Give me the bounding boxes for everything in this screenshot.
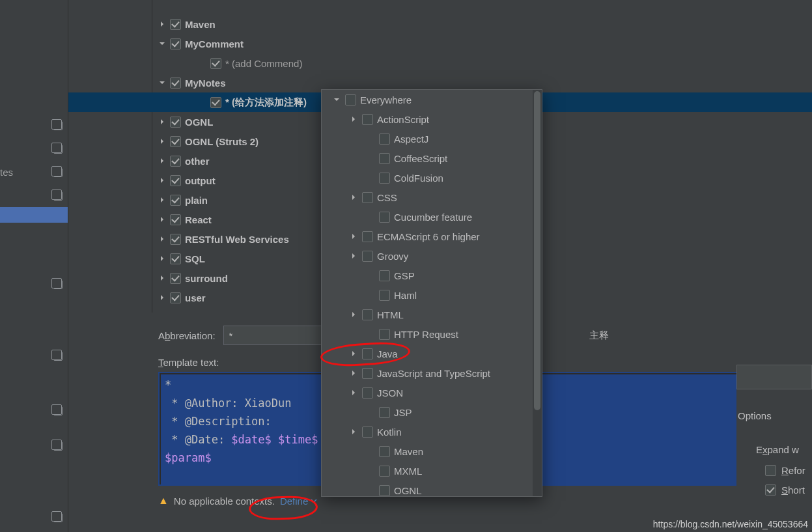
chevron-down-icon[interactable] [332, 96, 341, 103]
context-checkbox[interactable] [345, 94, 356, 105]
context-item[interactable]: AspectJ [322, 129, 542, 148]
context-checkbox[interactable] [379, 133, 390, 145]
chevron-right-icon[interactable] [349, 350, 358, 357]
template-checkbox[interactable] [170, 38, 181, 49]
chevron-down-icon[interactable] [158, 79, 166, 86]
template-label: other [185, 156, 210, 167]
template-checkbox[interactable] [170, 156, 181, 167]
context-checkbox[interactable] [362, 387, 373, 399]
template-group[interactable]: MyComment [158, 34, 809, 53]
context-item[interactable]: Haml [322, 285, 542, 305]
chevron-right-icon[interactable] [349, 233, 358, 240]
context-checkbox[interactable] [379, 329, 390, 340]
define-contexts-link[interactable]: Define [280, 496, 317, 507]
chevron-right-icon[interactable] [158, 236, 166, 242]
context-item[interactable]: JSP [322, 402, 542, 422]
context-item[interactable]: Everywhere [322, 90, 542, 109]
context-item[interactable]: ECMAScript 6 or higher [322, 227, 542, 246]
chevron-right-icon[interactable] [158, 21, 166, 27]
copy-icon[interactable] [53, 121, 63, 130]
context-checkbox[interactable] [379, 466, 390, 477]
context-item[interactable]: HTML [322, 305, 542, 324]
template-group[interactable]: Maven [158, 14, 809, 34]
context-label: HTML [377, 309, 404, 320]
context-item[interactable]: ColdFusion [322, 168, 542, 188]
chevron-right-icon[interactable] [349, 370, 358, 376]
chevron-right-icon[interactable] [349, 194, 358, 201]
context-item[interactable]: Cucumber feature [322, 207, 542, 227]
copy-icon[interactable] [53, 352, 63, 361]
context-checkbox[interactable] [362, 368, 373, 379]
context-checkbox[interactable] [379, 153, 390, 164]
chevron-right-icon[interactable] [158, 158, 166, 164]
context-item[interactable]: CoffeeScript [322, 148, 542, 168]
template-checkbox[interactable] [170, 136, 181, 147]
context-item[interactable]: MXML [322, 461, 542, 481]
chevron-right-icon[interactable] [158, 177, 166, 184]
template-checkbox[interactable] [170, 292, 181, 303]
chevron-right-icon[interactable] [349, 389, 358, 396]
context-checkbox[interactable] [362, 192, 373, 203]
chevron-down-icon[interactable] [158, 40, 166, 47]
context-checkbox[interactable] [379, 446, 390, 457]
template-checkbox[interactable] [170, 234, 181, 245]
context-checkbox[interactable] [379, 212, 390, 223]
template-item[interactable]: * (add Commend) [158, 53, 809, 73]
copy-icon[interactable] [53, 280, 63, 289]
template-checkbox[interactable] [170, 214, 181, 225]
chevron-right-icon[interactable] [158, 294, 166, 301]
scrollbar-track[interactable] [533, 90, 542, 496]
chevron-right-icon[interactable] [158, 197, 166, 203]
chevron-right-icon[interactable] [349, 116, 358, 122]
copy-icon[interactable] [53, 145, 63, 154]
context-checkbox[interactable] [362, 427, 373, 438]
template-checkbox[interactable] [170, 77, 181, 89]
template-checkbox[interactable] [170, 195, 181, 206]
copy-icon[interactable] [53, 406, 63, 415]
scrollbar-thumb[interactable] [534, 91, 540, 410]
context-item[interactable]: OGNL [322, 481, 542, 497]
copy-icon[interactable] [53, 168, 63, 177]
context-checkbox[interactable] [379, 173, 390, 184]
context-item[interactable]: JavaScript and TypeScript [322, 363, 542, 383]
context-item[interactable]: CSS [322, 188, 542, 207]
context-item[interactable]: Kotlin [322, 422, 542, 441]
context-checkbox[interactable] [362, 114, 373, 125]
chevron-right-icon[interactable] [158, 275, 166, 281]
context-checkbox[interactable] [379, 290, 390, 301]
contexts-list[interactable]: EverywhereActionScriptAspectJCoffeeScrip… [322, 90, 542, 497]
context-checkbox[interactable] [362, 231, 373, 242]
template-checkbox[interactable] [170, 175, 181, 186]
copy-icon[interactable] [53, 441, 63, 451]
context-item[interactable]: Java [322, 344, 542, 363]
context-checkbox[interactable] [379, 270, 390, 281]
template-checkbox[interactable] [210, 97, 221, 108]
chevron-right-icon[interactable] [349, 311, 358, 318]
context-checkbox[interactable] [379, 407, 390, 418]
template-checkbox[interactable] [170, 253, 181, 264]
context-item[interactable]: ActionScript [322, 109, 542, 129]
context-checkbox[interactable] [379, 485, 390, 496]
context-checkbox[interactable] [362, 251, 373, 262]
context-item[interactable]: JSON [322, 383, 542, 402]
copy-icon[interactable] [53, 191, 63, 201]
chevron-right-icon[interactable] [158, 255, 166, 262]
template-checkbox[interactable] [170, 19, 181, 30]
chevron-right-icon[interactable] [158, 119, 166, 125]
copy-icon[interactable] [53, 513, 63, 522]
chevron-right-icon[interactable] [349, 428, 358, 435]
context-item[interactable]: HTTP Request [322, 324, 542, 344]
context-item[interactable]: Maven [322, 441, 542, 461]
context-checkbox[interactable] [362, 309, 373, 320]
template-checkbox[interactable] [170, 273, 181, 284]
context-item[interactable]: Groovy [322, 246, 542, 266]
shorten-fqn-checkbox[interactable] [765, 484, 776, 496]
chevron-right-icon[interactable] [158, 216, 166, 223]
sidebar-selected-item[interactable] [0, 207, 68, 223]
context-checkbox[interactable] [362, 348, 373, 359]
template-checkbox[interactable] [210, 58, 221, 69]
chevron-right-icon[interactable] [349, 253, 358, 259]
context-item[interactable]: GSP [322, 266, 542, 285]
template-checkbox[interactable] [170, 117, 181, 128]
chevron-right-icon[interactable] [158, 138, 166, 145]
